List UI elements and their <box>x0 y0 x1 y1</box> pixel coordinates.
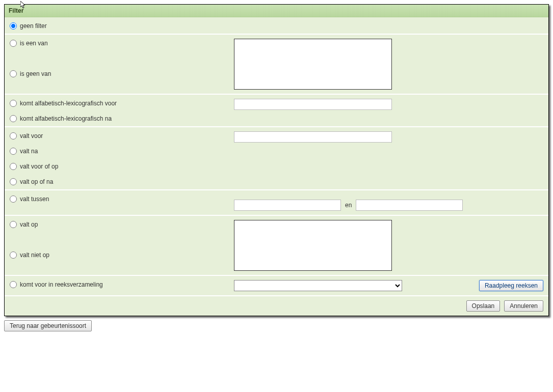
radio-label: is geen van <box>20 70 51 77</box>
section-valt-op: valt op valt niet op <box>5 216 548 276</box>
radio-label: valt na <box>20 148 38 155</box>
radio-row-reeks[interactable]: komt voor in reeksverzameling <box>10 281 224 288</box>
tussen-and-label: en <box>345 202 352 209</box>
radio-row-valt-op-of-na[interactable]: valt op of na <box>10 178 224 185</box>
radio-alfabet-na[interactable] <box>10 115 17 122</box>
opslaan-button[interactable]: Opslaan <box>466 300 501 312</box>
actions-row: Opslaan Annuleren <box>5 296 548 316</box>
radio-label: is een van <box>20 40 48 47</box>
radio-valt-voor[interactable] <box>10 132 17 139</box>
radio-row-valt-niet-op[interactable]: valt niet op <box>10 251 224 259</box>
radio-is-geen-van[interactable] <box>10 70 17 77</box>
radio-row-valt-voor-of-op[interactable]: valt voor of op <box>10 163 224 170</box>
tussen-to-input[interactable] <box>356 200 463 211</box>
list-values-2[interactable] <box>234 220 392 271</box>
radio-valt-na[interactable] <box>10 148 17 155</box>
radio-label: komt alfabetisch-lexicografisch voor <box>20 100 117 107</box>
section-geen-filter: geen filter <box>5 17 548 35</box>
terug-button[interactable]: Terug naar gebeurtenissoort <box>4 320 92 331</box>
radio-valt-op[interactable] <box>10 221 17 228</box>
radio-label: komt voor in reeksverzameling <box>20 281 103 288</box>
radio-geen-filter[interactable] <box>10 22 17 30</box>
alfabet-input[interactable] <box>234 99 392 110</box>
reeks-select[interactable] <box>234 280 402 291</box>
radio-label: valt tussen <box>20 195 49 203</box>
radio-valt-niet-op[interactable] <box>10 251 17 259</box>
radio-is-een-van[interactable] <box>10 40 17 47</box>
radio-row-valt-voor[interactable]: valt voor <box>10 132 224 139</box>
radio-row-geen-filter[interactable]: geen filter <box>10 22 224 30</box>
radio-reeks[interactable] <box>10 281 17 288</box>
filter-panel: Filter geen filter is een van is geen va… <box>4 4 549 316</box>
radio-label: valt voor of op <box>20 163 58 170</box>
radio-valt-voor-of-op[interactable] <box>10 163 17 170</box>
raadpleeg-reeksen-button[interactable]: Raadpleeg reeksen <box>479 280 543 291</box>
radio-row-valt-tussen[interactable]: valt tussen <box>10 195 224 203</box>
radio-valt-op-of-na[interactable] <box>10 178 17 185</box>
radio-row-is-geen-van[interactable]: is geen van <box>10 70 224 77</box>
section-alfabetisch: komt alfabetisch-lexicografisch voor kom… <box>5 95 548 127</box>
radio-label: valt op <box>20 221 38 228</box>
radio-valt-tussen[interactable] <box>10 195 17 203</box>
radio-row-alfabet-voor[interactable]: komt alfabetisch-lexicografisch voor <box>10 100 224 107</box>
panel-title: Filter <box>5 5 548 17</box>
section-valt-tussen: valt tussen en <box>5 190 548 216</box>
section-reeks: komt voor in reeksverzameling Raadpleeg … <box>5 276 548 296</box>
list-values-1[interactable] <box>234 39 392 90</box>
radio-label: komt alfabetisch-lexicografisch na <box>20 115 112 122</box>
section-is-een-van: is een van is geen van <box>5 35 548 95</box>
radio-alfabet-voor[interactable] <box>10 100 17 107</box>
radio-label: geen filter <box>20 22 47 30</box>
section-valt: valt voor valt na valt voor of op valt o… <box>5 127 548 190</box>
annuleren-button[interactable]: Annuleren <box>504 300 543 312</box>
radio-label: valt voor <box>20 132 43 139</box>
radio-label: valt op of na <box>20 178 53 185</box>
radio-row-valt-na[interactable]: valt na <box>10 148 224 155</box>
radio-row-alfabet-na[interactable]: komt alfabetisch-lexicografisch na <box>10 115 224 122</box>
radio-label: valt niet op <box>20 251 49 259</box>
radio-row-valt-op[interactable]: valt op <box>10 221 224 228</box>
below-panel: Terug naar gebeurtenissoort <box>4 320 549 331</box>
valt-input[interactable] <box>234 131 392 143</box>
radio-row-is-een-van[interactable]: is een van <box>10 40 224 47</box>
tussen-from-input[interactable] <box>234 200 341 211</box>
